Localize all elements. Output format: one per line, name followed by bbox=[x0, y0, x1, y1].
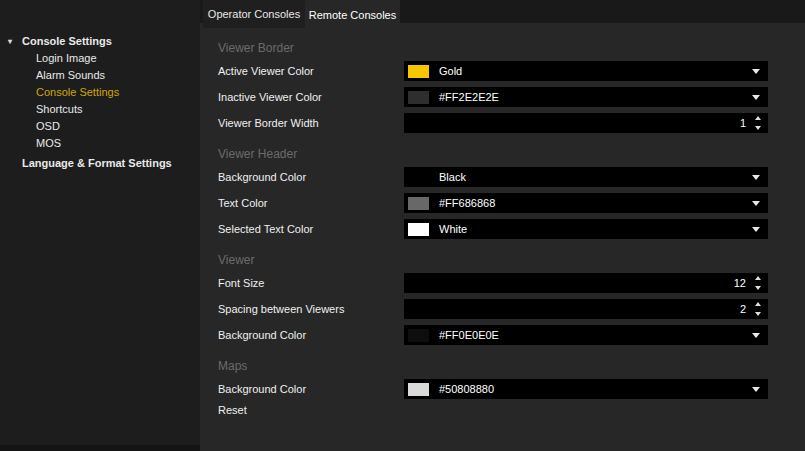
spinner-viewer-border-width[interactable]: 1 bbox=[404, 113, 768, 133]
row-label-background-color: Background Color bbox=[218, 171, 306, 183]
color-swatch bbox=[408, 65, 429, 78]
spinner-value[interactable]: 12 bbox=[734, 273, 746, 293]
spinner-spacing-between-viewers[interactable]: 2 bbox=[404, 299, 768, 319]
chevron-down-icon[interactable] bbox=[752, 201, 760, 206]
color-swatch bbox=[408, 223, 429, 236]
sidebar-footer-strip bbox=[0, 445, 200, 451]
dropdown-active-viewer-color[interactable]: Gold bbox=[404, 61, 768, 81]
sidebar-item-language-format-settings[interactable]: Language & Format Settings bbox=[0, 155, 200, 172]
spinner-arrows bbox=[754, 116, 762, 130]
row-label-font-size: Font Size bbox=[218, 277, 264, 289]
sidebar-item-label: Shortcuts bbox=[36, 103, 82, 115]
row-label-viewer-border-width: Viewer Border Width bbox=[218, 117, 319, 129]
color-swatch bbox=[408, 383, 429, 396]
sidebar-item-shortcuts[interactable]: Shortcuts bbox=[0, 101, 200, 118]
reset-button[interactable]: Reset bbox=[218, 404, 247, 416]
chevron-down-icon[interactable] bbox=[752, 227, 760, 232]
sidebar-item-label: Alarm Sounds bbox=[36, 69, 105, 81]
spinner-down-icon[interactable] bbox=[755, 126, 761, 130]
sidebar-item-console-settings[interactable]: Console Settings bbox=[0, 84, 200, 101]
sidebar-item-label: Language & Format Settings bbox=[22, 157, 172, 169]
dropdown-value: #50808880 bbox=[439, 383, 494, 395]
chevron-down-icon[interactable] bbox=[752, 333, 760, 338]
dropdown-text-color[interactable]: #FF686868 bbox=[404, 193, 768, 213]
spinner-up-icon[interactable] bbox=[755, 276, 761, 280]
row-label-selected-text-color: Selected Text Color bbox=[218, 223, 313, 235]
section-title-viewer-header: Viewer Header bbox=[218, 147, 297, 161]
sidebar-item-alarm-sounds[interactable]: Alarm Sounds bbox=[0, 67, 200, 84]
sidebar-item-login-image[interactable]: Login Image bbox=[0, 50, 200, 67]
sidebar-item-label: Console Settings bbox=[36, 86, 119, 98]
color-swatch bbox=[408, 171, 429, 184]
spinner-up-icon[interactable] bbox=[755, 116, 761, 120]
spinner-arrows bbox=[754, 302, 762, 316]
spinner-value[interactable]: 1 bbox=[740, 113, 746, 133]
dropdown-value: #FF0E0E0E bbox=[439, 329, 499, 341]
settings-sidebar: ▾Console SettingsLogin ImageAlarm Sounds… bbox=[0, 0, 200, 451]
dropdown-value: White bbox=[439, 223, 467, 235]
chevron-down-icon[interactable] bbox=[752, 95, 760, 100]
expander-triangle-icon[interactable]: ▾ bbox=[8, 33, 20, 50]
spinner-arrows bbox=[754, 276, 762, 290]
dropdown-background-color[interactable]: Black bbox=[404, 167, 768, 187]
settings-tree: ▾Console SettingsLogin ImageAlarm Sounds… bbox=[0, 33, 200, 172]
spinner-value[interactable]: 2 bbox=[740, 299, 746, 319]
row-label-inactive-viewer-color: Inactive Viewer Color bbox=[218, 91, 322, 103]
sidebar-item-label: Login Image bbox=[36, 52, 97, 64]
chevron-down-icon[interactable] bbox=[752, 387, 760, 392]
color-swatch bbox=[408, 91, 429, 104]
sidebar-item-console-settings[interactable]: ▾Console Settings bbox=[0, 33, 200, 50]
section-title-viewer: Viewer bbox=[218, 253, 254, 267]
dropdown-background-color[interactable]: #50808880 bbox=[404, 379, 768, 399]
dropdown-value: #FF686868 bbox=[439, 197, 495, 209]
dropdown-value: Black bbox=[439, 171, 466, 183]
row-label-background-color: Background Color bbox=[218, 383, 306, 395]
spinner-up-icon[interactable] bbox=[755, 302, 761, 306]
row-label-background-color: Background Color bbox=[218, 329, 306, 341]
section-title-maps: Maps bbox=[218, 359, 247, 373]
sidebar-item-label: OSD bbox=[36, 120, 60, 132]
sidebar-item-label: Console Settings bbox=[22, 35, 112, 47]
spinner-font-size[interactable]: 12 bbox=[404, 273, 768, 293]
section-title-viewer-border: Viewer Border bbox=[218, 41, 294, 55]
dropdown-inactive-viewer-color[interactable]: #FF2E2E2E bbox=[404, 87, 768, 107]
color-swatch bbox=[408, 329, 429, 342]
row-label-spacing-between-viewers: Spacing between Viewers bbox=[218, 303, 344, 315]
sidebar-item-label: MOS bbox=[36, 137, 61, 149]
sidebar-item-mos[interactable]: MOS bbox=[0, 135, 200, 152]
dropdown-value: #FF2E2E2E bbox=[439, 91, 499, 103]
chevron-down-icon[interactable] bbox=[752, 175, 760, 180]
dropdown-selected-text-color[interactable]: White bbox=[404, 219, 768, 239]
row-label-active-viewer-color: Active Viewer Color bbox=[218, 65, 314, 77]
sidebar-item-osd[interactable]: OSD bbox=[0, 118, 200, 135]
spinner-down-icon[interactable] bbox=[755, 312, 761, 316]
color-swatch bbox=[408, 197, 429, 210]
row-label-text-color: Text Color bbox=[218, 197, 268, 209]
spinner-down-icon[interactable] bbox=[755, 286, 761, 290]
dropdown-value: Gold bbox=[439, 65, 462, 77]
settings-content: Reset Viewer BorderActive Viewer ColorGo… bbox=[200, 0, 805, 451]
chevron-down-icon[interactable] bbox=[752, 69, 760, 74]
dropdown-background-color[interactable]: #FF0E0E0E bbox=[404, 325, 768, 345]
